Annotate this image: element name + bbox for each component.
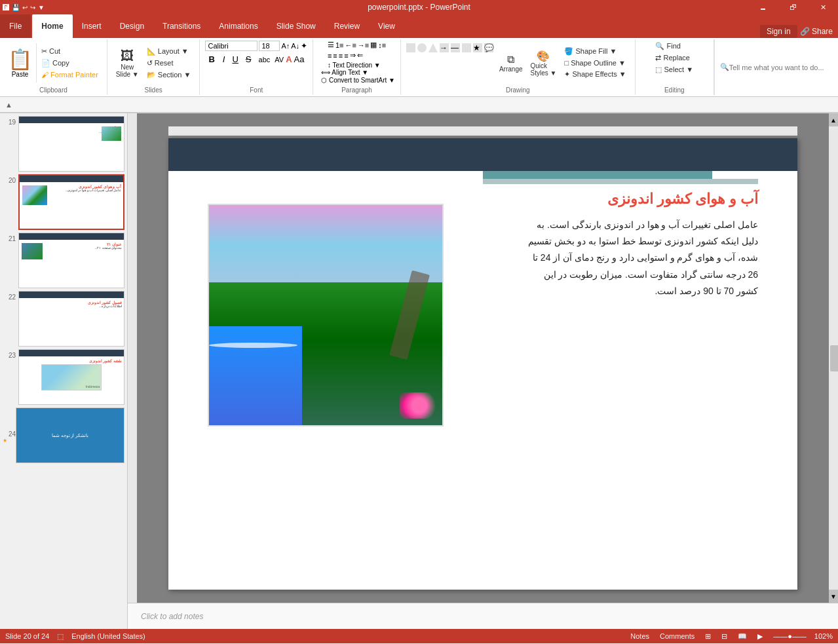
find-button[interactable]: 🔍 Find [652, 41, 696, 52]
slide-thumb-20[interactable]: 20 آب و هوای کشور اندونزی عامل اصلی تغیی… [3, 174, 124, 230]
shape-circle[interactable] [417, 43, 427, 52]
reading-view-button[interactable]: 📖 [735, 632, 750, 641]
quick-access-customize[interactable]: ▼ [38, 4, 45, 11]
font-color-button[interactable]: A [286, 54, 292, 64]
slide-thumb-img-22[interactable]: فصول کشور اندونزی اطلاعات درباره... [18, 291, 124, 347]
minimize-button[interactable]: 🗕 [748, 0, 778, 14]
close-button[interactable]: ✕ [808, 0, 838, 14]
shape-rect2[interactable] [462, 43, 471, 52]
copy-button[interactable]: 📄 Copy [38, 58, 102, 69]
tab-animations[interactable]: Animations [210, 14, 267, 38]
decrease-indent-button[interactable]: ←≡ [345, 41, 356, 49]
font-size-input[interactable] [259, 41, 280, 51]
slide-thumb-img-19[interactable]: عنوان ۱۹ متن صفحه ۱۹... [18, 116, 124, 172]
align-text-button[interactable]: ⟺ Align Text ▼ [321, 69, 395, 76]
quick-access-redo[interactable]: ↪ [30, 4, 35, 11]
shape-square[interactable] [406, 43, 415, 52]
left-ruler [128, 113, 137, 603]
tab-view[interactable]: View [369, 14, 404, 38]
tab-slideshow[interactable]: Slide Show [267, 14, 325, 38]
notes-bar[interactable]: Click to add notes [128, 603, 838, 629]
italic-button[interactable]: I [220, 54, 228, 65]
align-left-button[interactable]: ≡ [328, 52, 332, 60]
bullets-button[interactable]: ☰ [328, 41, 334, 49]
quick-access-undo[interactable]: ↩ [22, 4, 28, 11]
strikethrough-button[interactable]: S [243, 54, 254, 65]
slide-thumb-19[interactable]: 19 عنوان ۱۹ متن صفحه ۱۹... [3, 116, 124, 172]
layout-button[interactable]: 📐 Layout ▼ [143, 46, 195, 57]
slide-thumb-img-23[interactable]: نقشه کشور اندونزی Indonesia [18, 349, 124, 405]
text-direction-button[interactable]: ↕ Text Direction ▼ [328, 62, 381, 69]
tab-design[interactable]: Design [111, 14, 153, 38]
shape-star[interactable]: ★ [473, 43, 482, 52]
tab-transitions[interactable]: Transitions [153, 14, 210, 38]
reset-button[interactable]: ↺ Reset [143, 58, 195, 69]
slide-canvas-scroll[interactable]: آب و هوای کشور اندونزی عامل اصلی تغییرات… [128, 113, 838, 603]
tab-insert[interactable]: Insert [73, 14, 111, 38]
clear-formatting-button[interactable]: ✦ [301, 41, 307, 50]
slide-thumb-22[interactable]: 22 فصول کشور اندونزی اطلاعات درباره... [3, 291, 124, 347]
select-button[interactable]: ⬚ Select ▼ [652, 64, 696, 75]
paste-button[interactable]: 📋 Paste [5, 47, 35, 79]
align-center-button[interactable]: ≡ [333, 52, 337, 60]
numbering-button[interactable]: 1≡ [335, 41, 344, 49]
ltr-button[interactable]: ⇐ [357, 51, 363, 60]
char-spacing-button[interactable]: AV [275, 56, 284, 64]
justify-button[interactable]: ≡ [344, 52, 348, 60]
increase-indent-button[interactable]: →≡ [358, 41, 369, 49]
sign-in-button[interactable]: Sign in [760, 25, 797, 38]
shape-callout[interactable]: 💬 [484, 43, 493, 52]
section-button[interactable]: 📂 Section ▼ [143, 69, 195, 81]
slide-thumb-23[interactable]: 23 نقشه کشور اندونزی Indonesia [3, 349, 124, 405]
restore-button[interactable]: 🗗 [778, 0, 808, 14]
shape-outline-button[interactable]: □ Shape Outline ▼ [561, 58, 629, 68]
zoom-slider[interactable]: ——●—— [771, 632, 809, 641]
rtl-button[interactable]: ⇒ [350, 51, 356, 60]
convert-smartart-button[interactable]: ⬡ Convert to SmartArt ▼ [321, 77, 395, 84]
comments-button[interactable]: Comments [657, 632, 697, 641]
tell-me-input[interactable] [729, 64, 834, 71]
scroll-thumb[interactable] [830, 345, 838, 371]
slide-thumb-img-24[interactable]: باتشکر از توجه شما [16, 407, 124, 463]
format-painter-button[interactable]: 🖌 Format Painter [38, 69, 102, 80]
font-grow-button[interactable]: A↑ [281, 42, 290, 50]
share-button[interactable]: 🔗 Share [800, 27, 833, 36]
normal-view-button[interactable]: ⊞ [702, 632, 714, 641]
shape-effects-button[interactable]: ✦ Shape Effects ▼ [561, 69, 629, 80]
slide-sorter-button[interactable]: ⊟ [719, 632, 730, 641]
shadow-button[interactable]: abc [256, 55, 273, 64]
notes-button[interactable]: Notes [628, 632, 652, 641]
shape-triangle[interactable] [429, 43, 438, 52]
scroll-down-button[interactable]: ▼ [829, 590, 838, 603]
align-right-button[interactable]: ≡ [339, 52, 343, 60]
slide-thumb-24[interactable]: 24 ★ باتشکر از توجه شما [3, 407, 124, 463]
notes-placeholder[interactable]: Click to add notes [141, 612, 203, 621]
quick-access-save[interactable]: 💾 [12, 4, 20, 11]
slide-thumb-21[interactable]: 21 عنوان ۲۱ محتوای صفحه ۲۱... [3, 233, 124, 288]
font-name-input[interactable] [205, 41, 257, 51]
right-scrollbar[interactable]: ▲ ▼ [829, 113, 838, 603]
bold-button[interactable]: B [205, 53, 218, 66]
slide-title[interactable]: آب و هوای کشور اندونزی [607, 191, 758, 208]
shape-arrow[interactable]: → [440, 43, 449, 52]
font-shrink-button[interactable]: A↓ [291, 42, 299, 50]
tab-file[interactable]: File [0, 14, 31, 38]
slide-thumb-img-20[interactable]: آب و هوای کشور اندونزی عامل اصلی تغییرات… [18, 174, 124, 230]
column-button[interactable]: ▦ [370, 41, 377, 49]
line-spacing-button[interactable]: ↕≡ [378, 41, 386, 49]
scroll-up-button[interactable]: ▲ [829, 113, 838, 126]
new-slide-button[interactable]: 🖼 NewSlide ▼ [113, 46, 142, 80]
slide-thumb-img-21[interactable]: عنوان ۲۱ محتوای صفحه ۲۱... [18, 233, 124, 288]
quick-styles-button[interactable]: 🎨 QuickStyles ▼ [527, 48, 560, 79]
underline-button[interactable]: U [229, 54, 240, 65]
slideshow-button[interactable]: ▶ [755, 632, 765, 641]
cut-button[interactable]: ✂ Cut [38, 46, 102, 57]
shape-fill-button[interactable]: 🪣 Shape Fill ▼ [561, 46, 629, 57]
tab-home[interactable]: Home [32, 14, 72, 38]
slide-body-text[interactable]: عامل اصلی تغییرات آب و هوا در اندونزی با… [522, 217, 758, 299]
arrange-button[interactable]: ⧉ Arrange [496, 52, 526, 75]
shape-line[interactable]: — [451, 43, 460, 52]
font-highlight-button[interactable]: Aa [294, 54, 305, 64]
replace-button[interactable]: ⇄ Replace [652, 52, 696, 64]
tab-review[interactable]: Review [325, 14, 369, 38]
